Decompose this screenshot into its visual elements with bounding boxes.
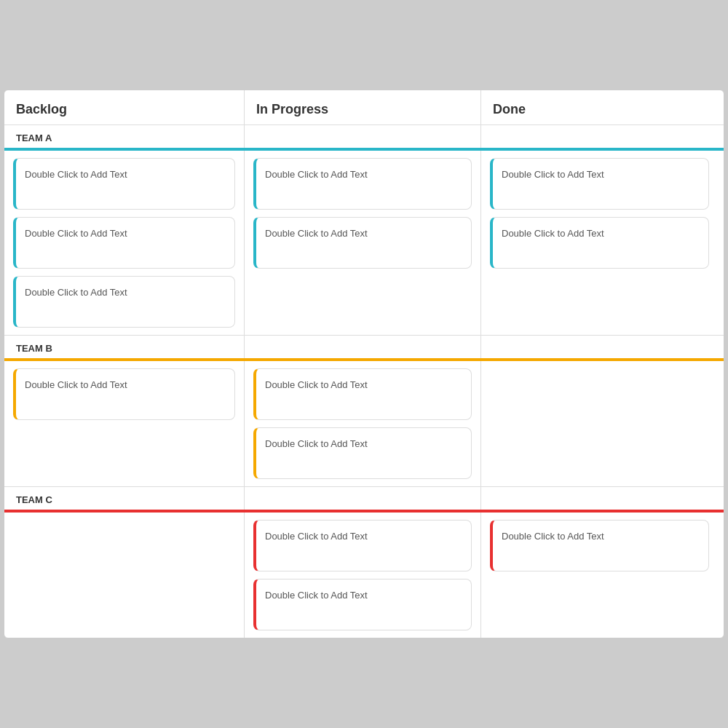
card[interactable]: Double Click to Add Text: [253, 427, 472, 479]
team-section-c: TEAM C Double Click to Add Text Double C…: [4, 487, 724, 638]
team-c-label: TEAM C: [4, 487, 245, 510]
card[interactable]: Double Click to Add Text: [253, 579, 472, 630]
team-b-cards: Double Click to Add Text Double Click to…: [4, 361, 724, 486]
card[interactable]: Double Click to Add Text: [490, 217, 709, 269]
card[interactable]: Double Click to Add Text: [490, 520, 709, 571]
kanban-board: Backlog In Progress Done TEAM A Double C…: [4, 90, 724, 638]
team-b-label-row: TEAM B: [4, 336, 724, 358]
team-b-label-col2: [245, 336, 481, 358]
card[interactable]: Double Click to Add Text: [13, 368, 235, 420]
card[interactable]: Double Click to Add Text: [490, 158, 709, 210]
team-a-label-col3: [481, 125, 718, 148]
team-a-inprogress-col: Double Click to Add Text Double Click to…: [245, 151, 481, 335]
team-a-backlog-col: Double Click to Add Text Double Click to…: [4, 151, 245, 335]
card[interactable]: Double Click to Add Text: [13, 158, 235, 210]
team-c-inprogress-col: Double Click to Add Text Double Click to…: [245, 513, 481, 638]
team-b-done-col: [481, 361, 718, 486]
team-c-done-col: Double Click to Add Text: [481, 513, 718, 638]
team-a-label-col2: [245, 125, 481, 148]
team-c-label-row: TEAM C: [4, 487, 724, 510]
team-a-label-row: TEAM A: [4, 125, 724, 148]
column-header-in-progress: In Progress: [245, 90, 481, 124]
card[interactable]: Double Click to Add Text: [253, 368, 472, 420]
team-c-cards: Double Click to Add Text Double Click to…: [4, 513, 724, 638]
team-c-backlog-col: [4, 513, 245, 638]
team-section-a: TEAM A Double Click to Add Text Double C…: [4, 125, 724, 336]
team-b-label: TEAM B: [4, 336, 245, 358]
column-header-done: Done: [481, 90, 718, 124]
team-a-cards: Double Click to Add Text Double Click to…: [4, 151, 724, 335]
card[interactable]: Double Click to Add Text: [253, 217, 472, 269]
card[interactable]: Double Click to Add Text: [253, 520, 472, 571]
team-a-done-col: Double Click to Add Text Double Click to…: [481, 151, 718, 335]
team-c-label-col3: [481, 487, 718, 510]
team-b-inprogress-col: Double Click to Add Text Double Click to…: [245, 361, 481, 486]
board-header: Backlog In Progress Done: [4, 90, 724, 125]
team-c-label-col2: [245, 487, 481, 510]
card[interactable]: Double Click to Add Text: [13, 276, 235, 328]
team-b-backlog-col: Double Click to Add Text: [4, 361, 245, 486]
team-a-label: TEAM A: [4, 125, 245, 148]
team-b-label-col3: [481, 336, 718, 358]
card[interactable]: Double Click to Add Text: [253, 158, 472, 210]
team-section-b: TEAM B Double Click to Add Text Double C…: [4, 336, 724, 487]
column-header-backlog: Backlog: [4, 90, 245, 124]
card[interactable]: Double Click to Add Text: [13, 217, 235, 269]
